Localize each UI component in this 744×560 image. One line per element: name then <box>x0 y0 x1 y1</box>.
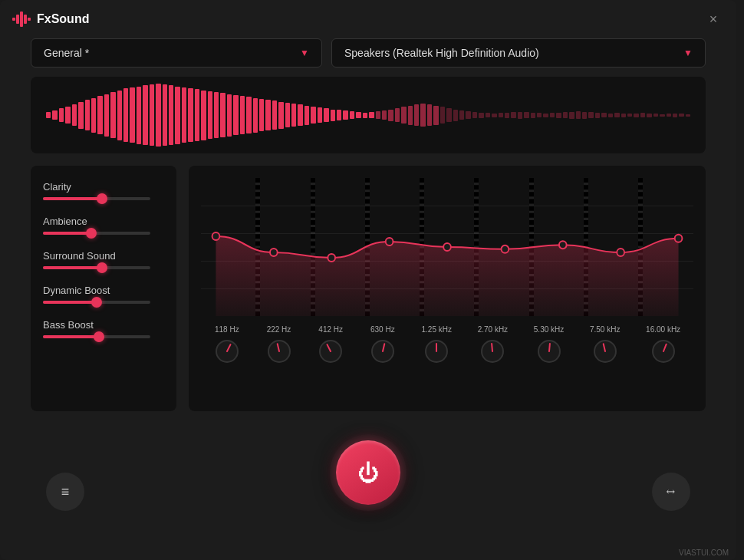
eq-knob[interactable] <box>214 338 240 364</box>
svg-rect-3 <box>24 15 27 24</box>
waveform-bar <box>163 84 167 146</box>
waveform-bar <box>246 97 251 133</box>
waveform-bar <box>582 112 587 119</box>
waveform-bar <box>556 113 561 118</box>
waveform-bar <box>537 113 542 117</box>
waveform-bar <box>660 114 664 117</box>
menu-button[interactable]: ≡ <box>46 473 84 511</box>
waveform-bar <box>227 94 232 137</box>
waveform-bar <box>331 110 335 121</box>
preset-dropdown[interactable]: General * ▼ <box>31 38 322 68</box>
waveform-bar <box>640 113 645 117</box>
waveform-bar <box>285 103 290 127</box>
eq-knob[interactable] <box>318 338 344 364</box>
waveform-bars <box>46 84 690 146</box>
waveform-bar <box>337 110 341 120</box>
device-dropdown[interactable]: Speakers (Realtek High Definition Audio)… <box>331 38 706 68</box>
waveform-bar <box>420 104 425 127</box>
waveform-bar <box>188 88 193 142</box>
clarity-slider[interactable] <box>43 197 150 200</box>
preset-dropdown-label: General * <box>44 47 89 59</box>
eq-panel: 118 Hz222 Hz412 Hz630 Hz1.25 kHz2.70 kHz… <box>189 166 706 411</box>
eq-band: 412 Hz <box>318 325 344 364</box>
svg-rect-0 <box>12 18 15 21</box>
fxsound-logo-icon <box>12 12 31 27</box>
waveform-bar <box>137 87 141 144</box>
eq-point <box>212 232 220 240</box>
waveform-bar <box>511 112 515 118</box>
waveform-bar <box>499 113 503 117</box>
expand-button[interactable]: ⤢ <box>652 473 690 511</box>
waveform-bar <box>123 88 128 142</box>
waveform-bar <box>150 84 154 146</box>
eq-knob[interactable] <box>370 338 396 364</box>
app-window: FxSound × General * ▼ Speakers (Realtek … <box>0 0 736 560</box>
eq-knob[interactable] <box>650 338 677 364</box>
eq-freq-label: 16.00 kHz <box>646 325 680 334</box>
waveform-bar <box>220 93 225 137</box>
waveform-bar <box>446 108 451 122</box>
waveform-bar <box>627 114 632 117</box>
dynamic-boost-slider[interactable] <box>43 301 150 304</box>
eq-freq-label: 412 Hz <box>318 325 343 334</box>
surround-label: Surround Sound <box>43 250 164 262</box>
waveform-bar <box>653 114 658 117</box>
eq-curve-svg <box>201 178 693 316</box>
waveform-bar <box>130 87 134 143</box>
waveform-bar <box>531 113 535 118</box>
waveform-bar <box>272 100 277 130</box>
eq-freq-label: 1.25 kHz <box>422 325 452 334</box>
waveform-bar <box>569 112 574 119</box>
waveform-bar <box>143 85 147 145</box>
eq-knob[interactable] <box>592 338 618 364</box>
waveform-bar <box>182 87 186 143</box>
eq-band: 222 Hz <box>266 325 292 364</box>
ambience-slider[interactable] <box>43 232 150 235</box>
svg-rect-2 <box>20 12 23 27</box>
waveform-bar <box>350 111 354 119</box>
waveform-bar <box>414 104 419 126</box>
surround-control: Surround Sound <box>43 250 164 269</box>
eq-knob[interactable] <box>479 338 505 364</box>
eq-point <box>270 249 278 256</box>
waveform-bar <box>595 113 600 118</box>
surround-slider[interactable] <box>43 266 150 269</box>
waveform-bar <box>686 114 690 117</box>
expand-icon: ⤢ <box>663 484 679 499</box>
bass-boost-slider[interactable] <box>43 335 150 338</box>
waveform-bar <box>169 85 173 145</box>
waveform-bar <box>466 111 470 119</box>
watermark: VIASTUI.COM <box>679 548 729 557</box>
waveform-bar <box>601 113 606 117</box>
waveform-bar <box>311 107 315 124</box>
eq-knob[interactable] <box>423 338 449 364</box>
waveform-bar <box>208 91 212 139</box>
waveform-bar <box>472 112 477 118</box>
title-bar: FxSound × <box>0 0 736 38</box>
waveform-bar <box>621 114 626 117</box>
waveform-bar <box>253 98 258 133</box>
eq-freq-label: 630 Hz <box>370 325 395 334</box>
eq-knob[interactable] <box>266 338 292 364</box>
waveform-bar <box>486 113 490 117</box>
power-button-outer[interactable]: ⏻ <box>330 434 407 511</box>
eq-band: 2.70 kHz <box>478 325 508 364</box>
eq-band: 118 Hz <box>214 325 240 364</box>
eq-point <box>386 238 393 245</box>
waveform-bar <box>647 114 651 117</box>
app-title: FxSound <box>37 12 89 26</box>
close-button[interactable]: × <box>703 8 724 30</box>
eq-point <box>443 243 451 251</box>
eq-knob[interactable] <box>536 338 562 364</box>
ambience-label: Ambience <box>43 216 164 227</box>
waveform-bar <box>492 114 496 117</box>
eq-point <box>675 235 683 242</box>
waveform-bar <box>634 114 638 117</box>
waveform-bar <box>382 110 387 120</box>
waveform-bar <box>459 110 464 120</box>
svg-rect-1 <box>16 15 19 24</box>
waveform-bar <box>576 111 581 119</box>
waveform-bar <box>195 89 199 141</box>
waveform-bar <box>524 112 528 118</box>
bottom-area: ≡ ⏻ ⤢ <box>0 419 736 526</box>
